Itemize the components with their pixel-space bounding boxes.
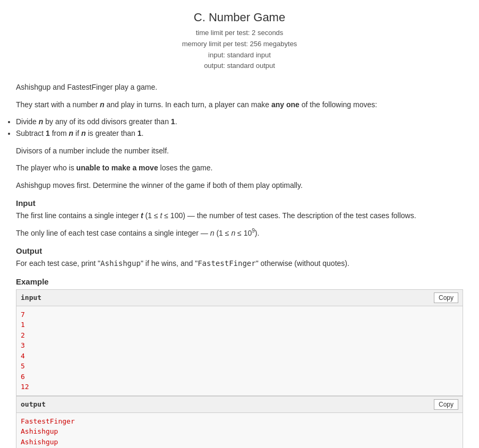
copy-output-button[interactable]: Copy: [434, 399, 458, 410]
output-block-header: output Copy: [16, 397, 463, 413]
output-description: For each test case, print "Ashishgup" if…: [16, 257, 463, 269]
input-line: 5: [21, 361, 458, 372]
output-label: output: [21, 400, 46, 408]
input-block-header: input Copy: [16, 290, 463, 306]
output-content: FastestFingerAshishgupAshishgupFastestFi…: [16, 413, 463, 448]
example-section: Example input Copy 712345612 output Copy…: [16, 277, 463, 448]
intro-paragraph-2: They start with a number n and play in t…: [16, 99, 463, 110]
output-type: output: standard output: [16, 61, 463, 72]
output-section-title: Output: [16, 246, 463, 255]
input-description-2: The only line of each test case contains…: [16, 227, 463, 239]
input-line: 2: [21, 330, 458, 341]
input-line: 1: [21, 320, 458, 330]
example-title: Example: [16, 277, 463, 286]
move-2: Subtract 1 from n if n is greater than 1…: [16, 127, 463, 139]
intro-paragraph-1: Ashishgup and FastestFinger play a game.: [16, 81, 463, 93]
input-line: 4: [21, 351, 458, 361]
time-limit: time limit per test: 2 seconds: [16, 28, 463, 39]
page-header: C. Number Game time limit per test: 2 se…: [16, 11, 463, 72]
copy-input-button[interactable]: Copy: [434, 292, 458, 303]
input-description-1: The first line contains a single integer…: [16, 210, 463, 221]
input-content: 712345612: [16, 306, 463, 395]
output-line: Ashishgup: [21, 426, 458, 437]
move-1: Divide n by any of its odd divisors grea…: [16, 116, 463, 127]
output-line: FastestFinger: [21, 416, 458, 427]
output-block: output Copy FastestFingerAshishgupAshish…: [16, 396, 463, 448]
input-line: 6: [21, 372, 458, 382]
lose-condition: The player who is unable to make a move …: [16, 162, 463, 174]
moves-list: Divide n by any of its odd divisors grea…: [16, 116, 463, 140]
input-line: 12: [21, 382, 458, 392]
input-section-title: Input: [16, 199, 463, 208]
problem-title: C. Number Game: [16, 11, 463, 24]
input-block: input Copy 712345612: [16, 289, 463, 396]
input-line: 7: [21, 309, 458, 320]
divisor-note: Divisors of a number include the number …: [16, 145, 463, 157]
output-line: Ashishgup: [21, 437, 458, 447]
memory-limit: memory limit per test: 256 megabytes: [16, 39, 463, 50]
optimal-play: Ashishgup moves first. Determine the win…: [16, 179, 463, 191]
input-label: input: [21, 294, 41, 301]
input-type: input: standard input: [16, 50, 463, 61]
input-line: 3: [21, 340, 458, 351]
